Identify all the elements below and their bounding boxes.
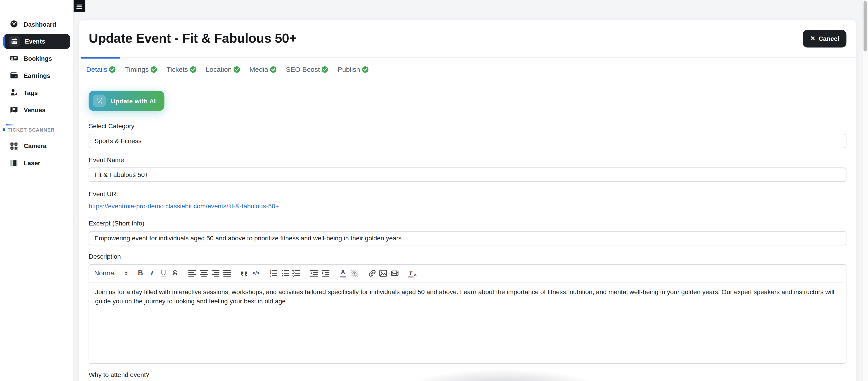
cancel-button-label: Cancel xyxy=(818,35,839,42)
spacer xyxy=(0,133,73,137)
strike-button[interactable]: S xyxy=(170,267,180,279)
tab-seo-boost[interactable]: SEO Boost xyxy=(281,58,333,82)
image-button[interactable] xyxy=(379,267,388,279)
check-circle-icon xyxy=(270,66,276,73)
section-label-text: TICKET SCANNER xyxy=(8,127,55,132)
tab-timings[interactable]: Timings xyxy=(120,58,162,82)
sidebar-item-bookings[interactable]: $ Bookings xyxy=(0,50,73,67)
bold-button[interactable]: B xyxy=(135,267,145,279)
map-icon xyxy=(9,105,18,114)
active-item-pill: Events xyxy=(3,33,70,49)
list-ordered-button[interactable]: 123 xyxy=(269,267,278,279)
text-color-button[interactable]: A xyxy=(338,267,348,279)
svg-text:$: $ xyxy=(11,57,13,60)
page-scrollbar[interactable] xyxy=(862,0,868,381)
gauge-icon xyxy=(9,20,18,28)
tab-label: SEO Boost xyxy=(286,66,320,73)
editor-toolbar: Normal BIUS</>123AAT✕ xyxy=(89,265,846,282)
calendar-icon xyxy=(9,36,20,47)
card-header: Update Event - Fit & Fabulous 50+ ✕ Canc… xyxy=(79,20,856,57)
category-label: Select Category xyxy=(89,122,846,129)
list-check-button[interactable] xyxy=(291,267,301,279)
sidebar-item-camera[interactable]: Camera xyxy=(0,137,73,154)
align-right-button[interactable] xyxy=(211,267,220,279)
check-circle-icon xyxy=(151,66,157,73)
tab-label: Location xyxy=(206,66,232,73)
sidebar-item-label: Bookings xyxy=(24,55,52,62)
indent-button[interactable] xyxy=(320,267,330,279)
align-center-button[interactable] xyxy=(199,267,209,279)
event-name-input[interactable] xyxy=(89,168,846,182)
list-bullet-button[interactable] xyxy=(280,267,290,279)
wallet-icon xyxy=(9,71,18,80)
sidebar-item-events[interactable]: Events xyxy=(0,33,73,50)
user-tag-icon xyxy=(9,88,18,97)
underline-button[interactable]: U xyxy=(159,267,168,279)
update-event-card: Update Event - Fit & Fabulous 50+ ✕ Canc… xyxy=(79,20,856,381)
check-circle-icon xyxy=(234,66,240,73)
bullet-dot-icon xyxy=(2,129,5,131)
check-circle-icon xyxy=(322,66,328,73)
video-button[interactable] xyxy=(390,267,400,279)
tab-details[interactable]: Details xyxy=(82,58,120,82)
check-circle-icon xyxy=(190,66,196,73)
format-selector[interactable]: Normal xyxy=(94,269,128,277)
tab-label: Publish xyxy=(338,66,360,73)
details-tab-panel: Update with AI Select Category Event Nam… xyxy=(79,82,856,378)
hamburger-menu-button[interactable] xyxy=(73,0,86,12)
sidebar: Dashboard Events$ Bookings Earnings Tags… xyxy=(0,0,73,381)
format-selector-value: Normal xyxy=(94,269,116,277)
tab-location[interactable]: Location xyxy=(201,58,245,82)
background-color-button[interactable]: A xyxy=(350,267,360,279)
sidebar-item-earnings[interactable]: Earnings xyxy=(0,67,73,84)
tab-label: Media xyxy=(249,66,268,73)
sidebar-item-label: Events xyxy=(25,38,45,44)
italic-button[interactable]: I xyxy=(147,267,157,279)
category-select[interactable] xyxy=(89,134,846,148)
description-editor: Normal BIUS</>123AAT✕ Join us for a day … xyxy=(89,264,846,364)
cancel-button[interactable]: ✕ Cancel xyxy=(803,30,846,47)
magic-wand-icon xyxy=(93,94,106,107)
align-justify-button[interactable] xyxy=(222,267,232,279)
sidebar-item-label: Laser xyxy=(24,160,40,166)
editor-content[interactable]: Join us for a day filled with interactiv… xyxy=(89,282,846,363)
sidebar-item-label: Tags xyxy=(24,90,38,96)
description-label: Description xyxy=(89,253,846,260)
sidebar-item-tags[interactable]: Tags xyxy=(0,84,73,101)
ticket-scanner-section-label: TICKET SCANNER xyxy=(2,127,73,132)
sidebar-item-laser[interactable]: Laser xyxy=(0,154,73,172)
align-left-button[interactable] xyxy=(188,267,197,279)
app-window: Dashboard Events$ Bookings Earnings Tags… xyxy=(0,0,868,381)
sidebar-item-label: Earnings xyxy=(24,72,50,79)
picker-caret-icon xyxy=(125,271,128,275)
tab-media[interactable]: Media xyxy=(245,58,281,82)
hamburger-icon xyxy=(76,4,82,4)
blockquote-button[interactable] xyxy=(240,267,249,279)
update-with-ai-button[interactable]: Update with AI xyxy=(89,91,164,111)
tab-publish[interactable]: Publish xyxy=(333,58,373,82)
tab-label: Timings xyxy=(125,66,149,73)
sidebar-item-dashboard[interactable]: Dashboard xyxy=(0,15,73,33)
ai-button-label: Update with AI xyxy=(111,98,156,104)
link-button[interactable] xyxy=(367,267,377,279)
page-title: Update Event - Fit & Fabulous 50+ xyxy=(89,31,297,46)
section-accent-line xyxy=(5,125,15,126)
code-block-button[interactable]: </> xyxy=(251,267,261,279)
excerpt-input[interactable] xyxy=(89,231,846,245)
money-check-icon: $ xyxy=(9,54,18,63)
sidebar-item-label: Venues xyxy=(24,106,45,113)
sidebar-item-label: Dashboard xyxy=(24,21,56,27)
check-circle-icon xyxy=(109,66,116,73)
scrollbar-thumb[interactable] xyxy=(863,1,867,51)
main-area: Update Event - Fit & Fabulous 50+ ✕ Canc… xyxy=(74,0,868,381)
sidebar-item-venues[interactable]: Venues xyxy=(0,101,73,118)
why-attend-label: Why to attend event? xyxy=(89,371,846,378)
sidebar-nav: Dashboard Events$ Bookings Earnings Tags… xyxy=(0,0,73,172)
event-url-link[interactable]: https://eventmie-pro-demo.classiebit.com… xyxy=(89,202,279,209)
excerpt-label: Excerpt (Short Info) xyxy=(89,220,846,227)
tab-tickets[interactable]: Tickets xyxy=(162,58,201,82)
outdent-button[interactable] xyxy=(309,267,319,279)
sidebar-item-label: Camera xyxy=(24,143,46,149)
qr-code-icon xyxy=(9,141,18,150)
clean-button[interactable]: T✕ xyxy=(408,267,417,279)
